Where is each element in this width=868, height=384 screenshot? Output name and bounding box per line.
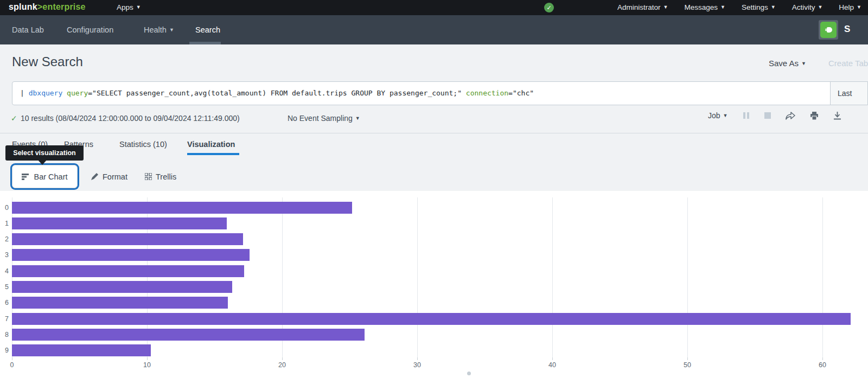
nav-item-configuration[interactable]: Configuration [67,25,113,34]
nav-item-data-lab[interactable]: Data Lab [12,25,44,34]
bar-chart-panel: 01020304050600123456789 [0,191,868,384]
print-icon[interactable] [810,112,819,120]
tab-visualization[interactable]: Visualization [187,140,235,149]
trellis-label: Trellis [156,172,176,181]
axis-tick [687,357,688,360]
search-query-input[interactable]: | dbxquery query="SELECT passenger_count… [20,82,534,105]
save-as-label: Save As [769,59,799,68]
bar[interactable] [12,313,851,325]
job-controls: Job▼ [708,111,841,120]
axis-tick [12,357,12,360]
apps-menu-label: Apps [117,3,133,11]
messages-menu-label: Messages [684,3,718,11]
x-tick-label: 20 [278,361,286,369]
scroll-indicator-dot[interactable] [467,372,471,375]
chevron-down-icon: ▼ [355,116,360,121]
x-tick-label: 0 [10,361,14,369]
results-row: ✓ 10 results (08/04/2024 12:00:00.000 to… [0,106,868,133]
chevron-down-icon: ▼ [771,4,776,10]
nav-item-health[interactable]: Health▼ [144,25,174,34]
query-command: dbxquery [29,89,63,97]
time-range-picker[interactable]: Last [830,82,867,105]
chevron-down-icon: ▼ [857,4,861,10]
logo-gt: > [37,2,43,11]
x-tick-label: 40 [548,361,556,369]
administrator-menu[interactable]: Administrator▼ [617,3,668,11]
chevron-down-icon: ▼ [663,4,668,10]
logo-product-text: enterprise [42,2,85,11]
query-arg1-value: ="SELECT passenger_count,avg(total_amoun… [88,89,462,97]
query-arg1-name: query [67,89,88,97]
pause-icon[interactable] [743,112,750,119]
chevron-down-icon: ▼ [169,27,174,33]
chevron-down-icon: ▼ [818,4,822,10]
bar[interactable] [12,249,250,261]
trellis-button[interactable]: Trellis [145,165,176,188]
bar[interactable] [12,233,243,245]
top-bar: splunk>enterprise Apps▼ ✓ Administrator▼… [0,0,868,15]
query-arg2-value: ="chc" [508,89,534,97]
bar[interactable] [12,281,232,293]
tooltip-caret [38,160,47,165]
search-bar[interactable]: | dbxquery query="SELECT passenger_count… [12,81,868,105]
axis-tick [147,357,148,360]
download-icon[interactable] [833,112,841,120]
query-space [462,89,466,97]
query-arg2-name: connection [466,89,508,97]
gridline [552,197,553,357]
category-label: 1 [0,220,9,227]
category-label: 0 [0,204,9,212]
settings-menu-label: Settings [742,3,768,11]
event-sampling-label: No Event Sampling [288,114,353,123]
logo-splunk-text: splunk [9,2,37,11]
bar[interactable] [12,265,244,277]
help-menu[interactable]: Help▼ [839,3,861,11]
db-connect-plug-icon [820,22,837,38]
chevron-down-icon: ▼ [720,4,725,10]
job-menu-label: Job [708,111,720,120]
results-check-icon: ✓ [11,114,17,123]
app-icon-button[interactable] [819,20,838,40]
settings-menu[interactable]: Settings▼ [742,3,776,11]
category-label: 2 [0,235,9,243]
query-space [62,89,67,97]
bar[interactable] [12,329,365,341]
app-name-initial: S [844,24,850,35]
stop-icon[interactable] [764,112,771,119]
status-check-icon[interactable]: ✓ [544,3,554,12]
save-as-menu[interactable]: Save As▼ [769,59,806,68]
chevron-down-icon: ▼ [723,113,728,118]
gridline [417,197,418,357]
format-label: Format [103,172,127,181]
category-label: 9 [0,347,9,354]
apps-menu[interactable]: Apps▼ [117,3,141,11]
bar[interactable] [12,297,228,309]
administrator-menu-label: Administrator [617,3,661,11]
event-sampling-menu[interactable]: No Event Sampling▼ [288,114,360,123]
axis-tick [417,357,418,360]
job-menu[interactable]: Job▼ [708,111,728,120]
gridline [687,197,688,357]
trellis-grid-icon [145,173,152,180]
category-label: 6 [0,299,9,306]
x-tick-label: 50 [684,361,691,369]
bar-chart-icon [22,173,29,180]
format-button[interactable]: Format [91,165,127,188]
bar[interactable] [12,202,352,214]
chevron-down-icon: ▼ [136,4,141,10]
splunk-logo[interactable]: splunk>enterprise [9,2,86,12]
activity-menu[interactable]: Activity▼ [792,3,823,11]
gridline [822,197,823,357]
messages-menu[interactable]: Messages▼ [684,3,725,11]
results-summary: 10 results (08/04/2024 12:00:00.000 to 0… [21,114,240,123]
bar[interactable] [12,217,227,229]
create-table-view-button[interactable]: Create Tab [828,59,868,68]
nav-item-search[interactable]: Search [195,25,220,34]
chart-type-picker-button[interactable]: Bar Chart [12,165,78,188]
share-icon[interactable] [786,112,795,120]
bar[interactable] [12,344,151,356]
category-label: 3 [0,251,9,259]
axis-tick [822,357,823,360]
axis-tick [552,357,553,360]
tab-statistics[interactable]: Statistics (10) [119,140,167,149]
